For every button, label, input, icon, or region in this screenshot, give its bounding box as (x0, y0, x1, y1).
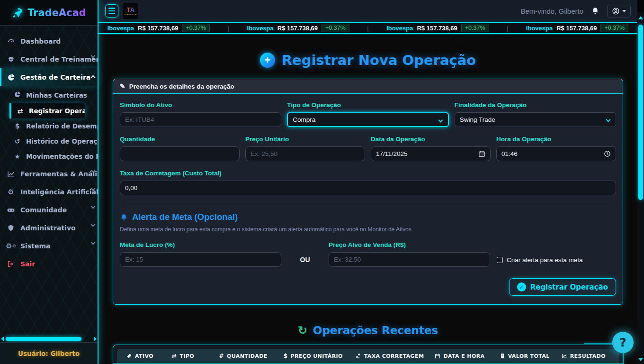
ticker-item: Ibovespa R$ 157.738,69 +0.37% (247, 24, 349, 32)
sign-out-icon (7, 260, 15, 268)
sidebar-item-treinamento[interactable]: Central de Treinamento (0, 50, 98, 68)
sidebar-subitem-movimentacoes-mercado[interactable]: ★ Movimentações do Merc (9, 149, 98, 164)
time-label: Hora da Operação (496, 136, 616, 143)
scrollbar-thumb[interactable] (6, 337, 81, 341)
sidebar-item-administrativo[interactable]: Administrativo (0, 219, 98, 237)
form-card-title: Preencha os detalhes da operação (129, 83, 234, 90)
sidebar-subitem-registrar-operacao[interactable]: ⇄ Registrar Operação (9, 103, 85, 118)
scroll-up-arrow-icon[interactable] (638, 16, 643, 19)
sidebar-item-gestao-carteira[interactable]: Gestão de Carteira (0, 68, 98, 86)
date-input[interactable]: 17/11/2025 (371, 146, 491, 161)
chevron-down-icon (91, 222, 96, 227)
history-icon: ↺ (298, 324, 307, 337)
market-ticker: Ibovespa R$ 157.738,69 +0.37% | Ibovespa… (98, 22, 637, 34)
unit-price-input[interactable] (245, 146, 365, 161)
star-icon: ★ (13, 153, 21, 160)
ticker-change-badge: +0.37% (461, 24, 489, 32)
sidebar-subitem-historico-operacoes[interactable]: ↺ Histórico de Operações (9, 134, 98, 149)
vertical-scrollbar[interactable] (637, 12, 644, 364)
alert-section-description: Defina uma meta de lucro para esta compr… (120, 226, 616, 233)
sidebar: TradeAcad Dashboard Central de Treinamen… (0, 0, 98, 364)
sidebar-subitem-minhas-carteiras[interactable]: Minhas Carteiras (9, 87, 98, 103)
form-card-header: ✎ Preencha os detalhes da operação (113, 79, 623, 94)
recent-operations-title: Operações Recentes (313, 324, 438, 337)
pie-chart-icon (7, 73, 15, 82)
alert-section-title: Alerta de Meta (Opcional) (132, 212, 238, 222)
fee-input[interactable] (120, 181, 616, 195)
unit-price-field: Preço Unitário (245, 136, 365, 161)
brand-logo-chip[interactable]: TA TRADEACAD (123, 3, 138, 19)
sidebar-item-label: Gestão de Carteira (20, 73, 90, 81)
plus-circle-icon: + (260, 53, 275, 68)
ticker-item: Ibovespa R$ 157.738,69 +0.37% (107, 24, 210, 32)
scroll-down-arrow-icon[interactable] (638, 358, 643, 361)
alert-section-title-row: Alerta de Meta (Opcional) (120, 212, 616, 222)
bell-icon (120, 213, 128, 221)
app-title: TradeAcad (27, 7, 86, 18)
sidebar-item-ia[interactable]: ⚙ Inteligência Artificial (0, 183, 98, 201)
hand-coin-icon (356, 353, 361, 359)
purpose-select[interactable]: Swing Trade (455, 112, 616, 127)
ticker-symbol: Ibovespa (526, 25, 553, 32)
create-alert-checkbox[interactable] (497, 257, 503, 263)
time-value: 01:46 (501, 150, 518, 157)
sidebar-subitem-relatorio-desempenho[interactable]: $ Relatório de Desempenh (9, 118, 98, 134)
sidebar-nav: Dashboard Central de Treinamento Gestão … (0, 26, 98, 273)
gestao-carteira-submenu: Minhas Carteiras ⇄ Registrar Operação $ … (0, 86, 98, 165)
type-select[interactable]: Compra (287, 112, 448, 127)
bell-icon[interactable] (591, 7, 599, 15)
create-alert-checkbox-row[interactable]: Criar alerta para esta meta (497, 256, 583, 267)
ticker-symbol: Ibovespa (247, 25, 273, 32)
user-menu-button[interactable] (607, 4, 631, 18)
sidebar-logo[interactable]: TradeAcad (0, 0, 98, 26)
time-input[interactable]: 01:46 (496, 146, 616, 161)
quantity-label: Quantidade (120, 136, 240, 143)
quantity-input[interactable] (120, 146, 240, 161)
chevron-up-icon (91, 75, 96, 80)
user-circle-icon (612, 7, 620, 15)
clock-icon[interactable] (604, 150, 611, 157)
help-decor-line-horizontal (584, 343, 613, 344)
ticker-change-badge: +0.37% (600, 24, 628, 32)
sidebar-item-sistema[interactable]: ⚙⚙ Sistema (0, 237, 98, 255)
purpose-field: Finalidade da Operação Swing Trade (455, 101, 616, 127)
scroll-right-arrow-icon[interactable] (94, 337, 97, 341)
sidebar-item-label: Inteligência Artificial (20, 188, 98, 196)
symbol-label: Símbolo do Ativo (120, 101, 281, 109)
sidebar-item-dashboard[interactable]: Dashboard (0, 32, 98, 50)
column-header-data-hora: DATA E HORA (435, 353, 499, 359)
help-button[interactable]: ? (612, 332, 634, 353)
column-header-valor-total: VALOR TOTAL (500, 353, 562, 359)
sidebar-item-label: Administrativo (20, 224, 76, 232)
time-field: Hora da Operação 01:46 (496, 136, 616, 161)
goal-input[interactable] (120, 252, 281, 267)
hamburger-menu-button[interactable] (105, 4, 118, 18)
quantity-field: Quantidade (120, 136, 240, 161)
chart-line-icon (562, 353, 567, 359)
sidebar-item-ferramentas[interactable]: Ferramentas & Análise (0, 165, 98, 183)
chevron-down-icon (606, 118, 611, 122)
scroll-left-arrow-icon[interactable] (1, 337, 4, 341)
goal-field: Meta de Lucro (%) (120, 241, 281, 267)
fee-field: Taxa de Corretagem (Custo Total) (120, 170, 616, 195)
sidebar-user-footer: Usuário: Gilberto (0, 342, 98, 364)
purpose-label: Finalidade da Operação (455, 101, 616, 109)
sidebar-item-sair[interactable]: Sair (0, 255, 98, 273)
symbol-input[interactable] (120, 112, 281, 127)
calendar-icon (435, 353, 440, 359)
scrollbar-thumb[interactable] (638, 25, 643, 200)
type-field: Tipo de Operação Compra (287, 101, 448, 127)
ticker-separator: | (367, 25, 368, 32)
column-header-preco-unitario: $ PREÇO UNITÁRIO (284, 353, 356, 359)
calendar-icon[interactable] (478, 150, 485, 157)
target-price-input[interactable] (329, 252, 490, 267)
goal-label: Meta de Lucro (%) (120, 241, 281, 248)
sidebar-subitem-label: Relatório de Desempenh (26, 122, 98, 130)
help-decor-line-vertical (623, 352, 624, 364)
pencil-icon: ✎ (120, 82, 125, 90)
register-operation-button[interactable]: ✓ Registrar Operação (509, 278, 616, 296)
sidebar-item-comunidade[interactable]: Comunidade (0, 201, 98, 219)
sidebar-horizontal-scrollbar[interactable] (0, 336, 98, 342)
sidebar-item-label: Central de Treinamento (20, 55, 98, 63)
type-select-value: Compra (293, 116, 315, 123)
